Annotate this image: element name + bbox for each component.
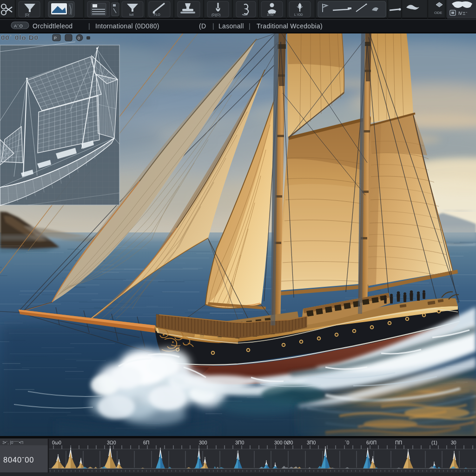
svg-text:3Π0: 3Π0 <box>307 440 316 445</box>
svg-text:6/0Π: 6/0Π <box>366 440 377 445</box>
svg-text:(D|(O): (D|(O) <box>212 13 220 17</box>
svg-text:300 0Ø0: 300 0Ø0 <box>274 440 293 445</box>
svg-text:ΑˉO: ΑˉO <box>14 23 23 28</box>
svg-text:FLO: FLO <box>154 13 160 16</box>
svg-text:ΠΠ: ΠΠ <box>395 440 402 445</box>
svg-text:Lˈ/OD: Lˈ/OD <box>294 13 303 16</box>
svg-text:6Π: 6Π <box>143 440 149 445</box>
svg-text:30: 30 <box>451 440 456 445</box>
svg-text:IuII: IuII <box>129 13 134 16</box>
svg-text:Orchidtleleod: Orchidtleleod <box>33 22 73 30</box>
svg-text:ˉ0: ˉ0 <box>345 440 349 445</box>
svg-text:[D|ˉ: [D|ˉ <box>25 13 31 17</box>
svg-text:ⅣΞˉ: ⅣΞˉ <box>458 11 468 16</box>
svg-text:00ʾ 0ǀo D0: 00ʾ 0ǀo D0 <box>1 33 39 41</box>
svg-text:3•ˉ, |0ˉˉˉˉ•Π: 3•ˉ, |0ˉˉˉˉ•Π <box>2 440 23 445</box>
svg-text:(D: (D <box>199 22 206 30</box>
svg-text:8040ˉ00: 8040ˉ00 <box>3 456 34 464</box>
svg-text:P: P <box>54 36 57 40</box>
svg-text:0ω0: 0ω0 <box>52 440 61 445</box>
svg-text:3Ω0: 3Ω0 <box>107 440 116 445</box>
svg-text:Traditional Wcedobia): Traditional Wcedobia) <box>257 22 323 30</box>
svg-text:|: | <box>249 22 251 30</box>
svg-text:1ΠΘ: 1ΠΘ <box>267 13 274 16</box>
svg-text:Lasonall: Lasonall <box>218 22 244 30</box>
svg-text:|: | <box>88 22 90 30</box>
svg-text:ODE: ODE <box>434 11 442 15</box>
svg-text:Intornational (0D080): Intornational (0D080) <box>95 22 159 30</box>
svg-text:0: 0 <box>78 36 80 40</box>
svg-text:300: 300 <box>199 440 207 445</box>
svg-text:3Π0: 3Π0 <box>235 440 244 445</box>
svg-text:|: | <box>212 22 214 30</box>
svg-text:(1): (1) <box>431 440 437 445</box>
